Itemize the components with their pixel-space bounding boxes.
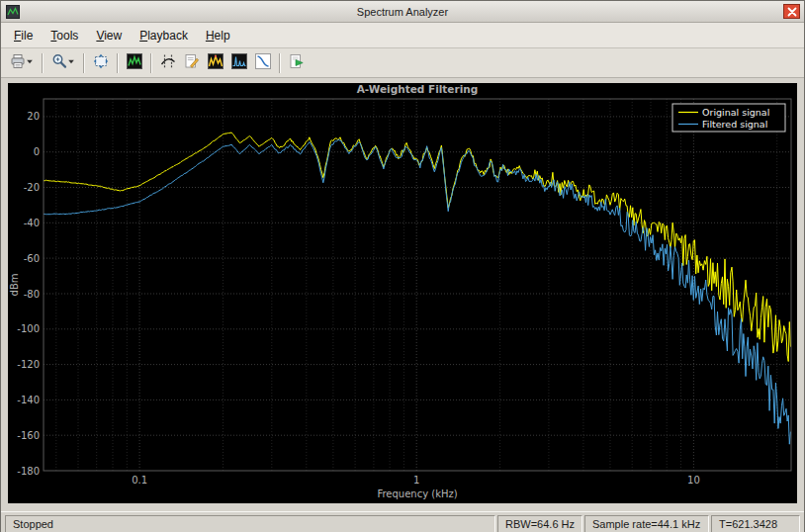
legend[interactable]: Original signalFiltered signal (672, 104, 785, 132)
svg-text:-80: -80 (24, 289, 40, 300)
svg-text:1: 1 (413, 475, 419, 486)
toolbar-separator (117, 53, 119, 73)
peak-finder-icon (208, 53, 224, 72)
cursor-measurements-icon (160, 53, 176, 72)
toolbar (1, 48, 804, 78)
zoom-button[interactable] (47, 51, 79, 75)
dropdown-arrow-icon[interactable] (67, 53, 75, 72)
printer-icon (10, 53, 26, 72)
spectrum-analyzer-window: Spectrum Analyzer FileToolsViewPlaybackH… (0, 0, 805, 532)
window-title: Spectrum Analyzer (1, 6, 804, 18)
close-button[interactable] (783, 4, 800, 19)
menu-tools[interactable]: Tools (42, 25, 87, 46)
distortion-measurements-button[interactable] (227, 51, 251, 75)
close-icon (787, 7, 797, 17)
menu-view[interactable]: View (87, 25, 131, 46)
peak-finder-button[interactable] (204, 51, 227, 75)
menu-bar: FileToolsViewPlaybackHelp (1, 23, 804, 48)
scale-axes-button[interactable] (89, 51, 113, 75)
print-button[interactable] (6, 51, 38, 75)
ccdf-measurements-icon (255, 53, 271, 72)
title-bar: Spectrum Analyzer (1, 1, 804, 23)
spectrum-settings-icon (127, 53, 142, 72)
cursor-measurements-button[interactable] (156, 51, 180, 75)
status-sample-rate: Sample rate=44.1 kHz (584, 515, 709, 532)
svg-text:-20: -20 (24, 182, 40, 193)
dropdown-arrow-icon[interactable] (26, 53, 34, 72)
playback-run-button[interactable] (285, 51, 309, 75)
signal-statistics-icon (184, 53, 200, 72)
svg-text:-160: -160 (17, 430, 40, 441)
svg-text:-140: -140 (17, 395, 40, 405)
playback-run-icon (289, 53, 305, 72)
svg-text:-120: -120 (17, 359, 40, 370)
distortion-measurements-icon (231, 53, 247, 72)
menu-file[interactable]: File (5, 25, 42, 46)
window-menu-icon[interactable] (5, 4, 20, 19)
status-bar: Stopped RBW=64.6 Hz Sample rate=44.1 kHz… (1, 511, 804, 532)
menu-help[interactable]: Help (197, 25, 239, 46)
menu-playback[interactable]: Playback (131, 25, 197, 46)
y-axis-label: dBm (9, 274, 20, 297)
legend-entry: Filtered signal (702, 119, 767, 130)
toolbar-separator (150, 53, 152, 73)
spectrum-plot[interactable]: A-Weighted Filtering200-20-40-60-80-100-… (8, 83, 797, 503)
signal-statistics-button[interactable] (180, 51, 204, 75)
status-state: Stopped (5, 515, 495, 532)
magnifier-icon (51, 53, 67, 72)
toolbar-separator (83, 53, 85, 73)
status-time: T=621.3428 (711, 515, 800, 532)
fit-view-icon (93, 53, 109, 72)
svg-text:0.1: 0.1 (132, 475, 147, 486)
svg-text:20: 20 (27, 111, 40, 122)
plot-area-frame: A-Weighted Filtering200-20-40-60-80-100-… (1, 78, 804, 511)
svg-text:-180: -180 (17, 466, 40, 477)
toolbar-separator (42, 53, 44, 73)
ccdf-measurements-button[interactable] (251, 51, 275, 75)
plot-title: A-Weighted Filtering (357, 83, 479, 95)
spectrum-settings-button[interactable] (123, 51, 146, 75)
legend-entry: Original signal (702, 107, 769, 118)
x-axis-label: Frequency (kHz) (377, 488, 457, 499)
svg-text:-60: -60 (24, 253, 40, 264)
svg-text:0: 0 (34, 146, 40, 157)
status-rbw: RBW=64.6 Hz (497, 515, 582, 532)
svg-text:10: 10 (687, 475, 700, 486)
svg-text:-40: -40 (24, 218, 40, 228)
svg-text:-100: -100 (17, 323, 40, 334)
toolbar-separator (279, 53, 281, 73)
